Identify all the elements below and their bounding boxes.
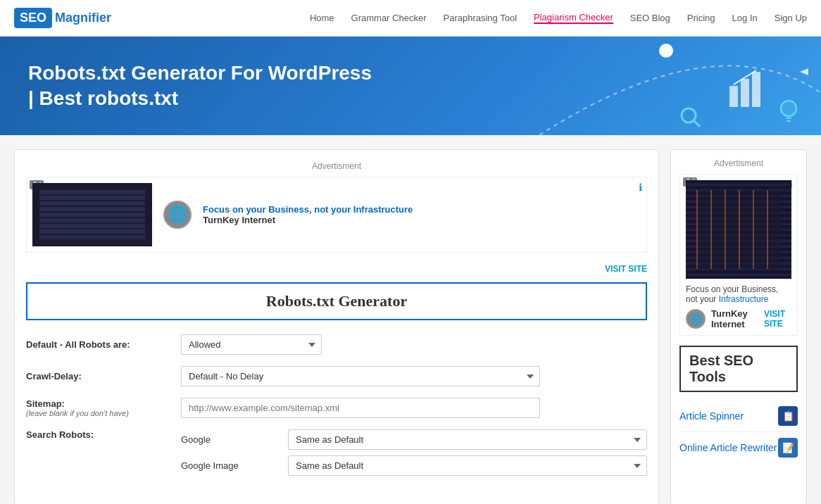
hero-title: Robots.txt Generator For WordPress | Bes… [28,61,380,112]
ad-text: Focus on your Business, not your Infrast… [203,204,641,225]
nav-home[interactable]: Home [310,13,334,23]
nav-paraphrasing-tool[interactable]: Paraphrasing Tool [443,13,517,23]
right-panel: Advertisment Ad ℹ Focus on your Business… [670,149,807,504]
logo[interactable]: SEO Magnifier [14,8,111,28]
article-spinner-link[interactable]: Article Spinner [679,410,744,422]
hero-banner: Robots.txt Generator For WordPress | Bes… [0,37,821,135]
ad-area: Ad 🌐 Focus on your Business, not your In… [26,177,647,253]
sitemap-input[interactable] [181,398,540,418]
sitemap-label: Sitemap: (leave blank if you don't have) [26,398,181,417]
ad-info-icon: ℹ [639,182,642,193]
article-rewriter-link[interactable]: Online Article Rewriter [679,442,777,453]
default-robots-select[interactable]: Allowed Disallowed [181,334,322,355]
crawl-delay-row: Crawl-Delay: Default - No Delay 30 secon… [26,366,647,386]
search-robots-row: Search Robots: Google Same as Default Al… [26,429,647,481]
ad-image [32,183,152,246]
seo-tools-box: Best SEO Tools [679,346,798,392]
robots-table: Google Same as Default Allow Disallow Go… [181,429,647,481]
ad-focus-text: Focus on your Business, not your Infrast… [203,204,641,215]
logo-box: SEO [14,8,52,28]
ad-globe-icon: 🌐 [163,201,192,229]
right-ad-text: Focus on your Business, not your Infrast… [686,284,791,304]
crawl-delay-select[interactable]: Default - No Delay 30 seconds 60 seconds [181,366,540,386]
svg-point-7 [781,101,796,116]
robot-name-google-image: Google Image [181,460,280,471]
main-container: Advertisment Ad 🌐 Focus on your Business… [0,135,821,504]
svg-point-0 [659,44,673,58]
seo-tool-article-spinner: Article Spinner 📋 [679,401,798,432]
robot-row-google-image: Google Image Same as Default Allow Disal… [181,455,647,476]
left-panel: Advertisment Ad 🌐 Focus on your Business… [14,149,659,504]
nav-pricing[interactable]: Pricing [687,13,715,23]
nav-grammar-checker[interactable]: Grammar Checker [351,13,427,23]
nav-signup[interactable]: Sign Up [775,13,807,23]
svg-rect-3 [752,72,760,107]
right-ad-bottom: 🌐 TurnKey Internet VISIT SITE [686,308,791,329]
right-ad-globe-icon: 🌐 [686,309,706,329]
server-rack-image [32,183,152,246]
top-navigation: SEO Magnifier Home Grammar Checker Parap… [0,0,821,37]
logo-text: Magnifier [55,11,111,25]
hero-decoration [504,37,821,135]
right-ad-text-link[interactable]: Infrastructure [719,294,769,304]
robot-name-google: Google [181,434,280,445]
advertisment-label: Advertisment [26,161,647,171]
default-robots-label: Default - All Robots are: [26,339,181,350]
crawl-delay-label: Crawl-Delay: [26,371,181,382]
right-ad-visit-link[interactable]: VISIT SITE [764,309,791,329]
tool-title-box: Robots.txt Generator [26,282,647,320]
article-spinner-icon: 📋 [778,406,798,426]
nav-login[interactable]: Log In [732,13,758,23]
tool-title: Robots.txt Generator [36,292,637,310]
ad-company: TurnKey Internet [203,215,641,225]
right-ad-area: Ad ℹ Focus on your Business, not your In… [679,174,798,336]
article-rewriter-icon: 📝 [778,438,798,458]
search-robots-label: Search Robots: [26,429,181,440]
robot-row-google: Google Same as Default Allow Disallow [181,429,647,450]
robot-select-google-image[interactable]: Same as Default Allow Disallow [288,455,647,476]
visit-site-link[interactable]: VISIT SITE [26,264,647,274]
right-ad-company: TurnKey Internet [711,308,758,329]
nav-plagiarism-checker[interactable]: Plagiarism Checker [534,12,613,24]
seo-tools-title: Best SEO Tools [689,353,788,385]
seo-tool-article-rewriter: Online Article Rewriter 📝 [679,432,798,463]
nav-seo-blog[interactable]: SEO Blog [630,13,670,23]
right-advertisment-label: Advertisment [679,158,798,168]
svg-rect-1 [729,86,738,107]
nav-links: Home Grammar Checker Paraphrasing Tool P… [310,12,807,24]
default-robots-row: Default - All Robots are: Allowed Disall… [26,334,647,355]
svg-line-5 [694,121,700,127]
sitemap-row: Sitemap: (leave blank if you don't have) [26,398,647,418]
svg-point-4 [682,108,696,122]
svg-marker-10 [800,68,808,75]
robot-select-google[interactable]: Same as Default Allow Disallow [288,429,647,450]
right-ad-image [686,180,791,279]
svg-rect-2 [741,79,749,107]
